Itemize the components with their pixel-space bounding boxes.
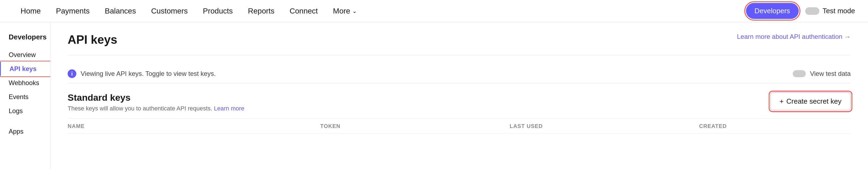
test-mode-toggle-label: Test mode bbox=[805, 7, 855, 15]
standard-keys-section: Standard keys These keys will allow you … bbox=[68, 92, 851, 112]
nav-home[interactable]: Home bbox=[13, 0, 49, 22]
nav-more[interactable]: More ⌄ bbox=[326, 0, 365, 22]
nav-more-label: More bbox=[333, 7, 350, 15]
nav-payments[interactable]: Payments bbox=[49, 0, 97, 22]
learn-more-api-auth-link[interactable]: Learn more about API authentication → bbox=[737, 33, 851, 41]
sidebar-title: Developers bbox=[0, 33, 50, 48]
info-bar-text: Viewing live API keys. Toggle to view te… bbox=[81, 70, 216, 78]
sidebar-item-overview[interactable]: Overview bbox=[0, 48, 50, 62]
standard-keys-title: Standard keys bbox=[68, 92, 244, 103]
test-mode-toggle[interactable] bbox=[805, 7, 819, 15]
chevron-down-icon: ⌄ bbox=[352, 8, 357, 14]
info-icon: i bbox=[68, 70, 76, 78]
view-test-data-toggle[interactable] bbox=[793, 70, 806, 77]
main-content: API keys Learn more about API authentica… bbox=[50, 22, 868, 169]
table-col-name: NAME bbox=[68, 123, 320, 129]
test-mode-text: Test mode bbox=[823, 7, 855, 15]
standard-keys-desc-text: These keys will allow you to authenticat… bbox=[68, 105, 212, 112]
nav-links: Home Payments Balances Customers Product… bbox=[13, 0, 746, 22]
info-bar: i Viewing live API keys. Toggle to view … bbox=[68, 64, 851, 84]
nav-products[interactable]: Products bbox=[195, 0, 241, 22]
sidebar-item-apps[interactable]: Apps bbox=[0, 124, 50, 138]
sidebar-item-events[interactable]: Events bbox=[0, 90, 50, 104]
page-title: API keys bbox=[68, 33, 117, 46]
nav-balances[interactable]: Balances bbox=[97, 0, 144, 22]
nav-connect[interactable]: Connect bbox=[282, 0, 325, 22]
table-col-created: CREATED bbox=[699, 123, 851, 129]
info-bar-right: View test data bbox=[793, 70, 851, 78]
create-secret-key-label: Create secret key bbox=[786, 97, 841, 105]
nav-right: Developers Test mode bbox=[746, 3, 855, 19]
sidebar-item-webhooks[interactable]: Webhooks bbox=[0, 76, 50, 90]
info-bar-left: i Viewing live API keys. Toggle to view … bbox=[68, 70, 216, 78]
table-col-last-used: LAST USED bbox=[510, 123, 699, 129]
nav-customers[interactable]: Customers bbox=[144, 0, 195, 22]
sidebar: Developers Overview API keys Webhooks Ev… bbox=[0, 22, 50, 169]
page-header: API keys Learn more about API authentica… bbox=[68, 33, 851, 55]
sidebar-divider bbox=[0, 118, 50, 124]
top-nav: Home Payments Balances Customers Product… bbox=[0, 0, 868, 22]
nav-reports[interactable]: Reports bbox=[240, 0, 282, 22]
create-secret-plus-icon: + bbox=[779, 97, 783, 105]
standard-keys-desc: These keys will allow you to authenticat… bbox=[68, 105, 244, 112]
standard-keys-info: Standard keys These keys will allow you … bbox=[68, 92, 244, 112]
standard-keys-learn-more-link[interactable]: Learn more bbox=[214, 105, 245, 112]
table-header: NAME TOKEN LAST USED CREATED bbox=[68, 119, 851, 134]
sidebar-item-logs[interactable]: Logs bbox=[0, 104, 50, 118]
table-col-token: TOKEN bbox=[320, 123, 510, 129]
sidebar-item-api-keys[interactable]: API keys bbox=[0, 62, 50, 76]
main-layout: Developers Overview API keys Webhooks Ev… bbox=[0, 22, 868, 169]
developers-button[interactable]: Developers bbox=[746, 3, 799, 19]
create-secret-key-button[interactable]: + Create secret key bbox=[770, 92, 851, 111]
view-test-data-label: View test data bbox=[810, 70, 851, 78]
